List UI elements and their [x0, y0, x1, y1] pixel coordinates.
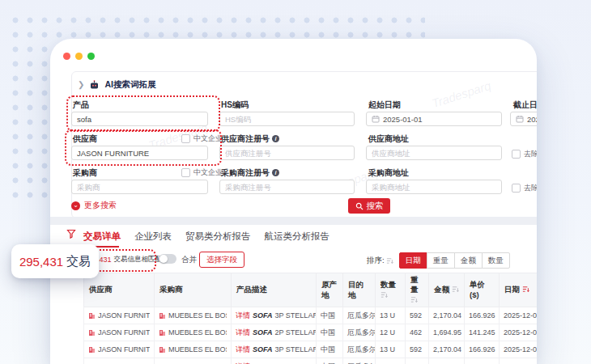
supplier-cn-company-checkbox[interactable]: 中文企业: [181, 133, 223, 144]
qty-cell: 13 U: [376, 341, 406, 358]
tab-bar: 交易详单 企业列表 贸易类分析报告 航运类分析报告: [83, 231, 330, 248]
supplier-cell[interactable]: JASON FURNITURE: [84, 324, 155, 341]
hs-code-label: HS编码: [221, 99, 249, 111]
merge-label: 合并: [181, 255, 197, 265]
col-header-date[interactable]: 日期: [500, 273, 538, 307]
company-icon: [159, 312, 166, 320]
tab-shipping-analysis-report[interactable]: 航运类分析报告: [265, 231, 330, 248]
chevron-down-circle-icon: ⌄: [71, 201, 80, 210]
remove-logistics-checkbox-2[interactable]: 去除物流商: [512, 183, 537, 193]
chevron-right-icon: ❯: [78, 81, 84, 89]
remove-logistics-checkbox-1[interactable]: 去除物流商: [512, 149, 537, 159]
buyer-cell[interactable]: MUEBLES EL BOSQUE S.A: [155, 307, 232, 324]
callout-count: 295,431: [19, 255, 63, 269]
product-label: 产品: [73, 99, 89, 111]
end-date-input[interactable]: 2025-12-31: [510, 112, 537, 126]
results-count-callout: 295,431 交易: [11, 244, 99, 278]
start-date-value: 2025-01-01: [383, 115, 423, 124]
col-header-buyer: 采购商: [155, 273, 232, 307]
buyer-reg-input[interactable]: [219, 180, 355, 194]
window-close-dot[interactable]: [63, 53, 70, 60]
start-date-input[interactable]: 2025-01-01: [366, 112, 502, 126]
sort-arrows-icon: [386, 256, 393, 265]
sort-option-重量[interactable]: 重量: [427, 252, 455, 269]
checkbox-icon: [181, 168, 190, 177]
buyer-cell[interactable]: MUEBLES EL BOSQUE S.A: [155, 341, 232, 358]
transactions-table: 供应商采购商产品描述原产地目的地数量 重量 金额 单价($)日期 JASON F…: [83, 273, 537, 364]
product-cell: 详情SOFA3P STELLAR MUE...: [232, 307, 317, 324]
detail-link[interactable]: 详情: [236, 311, 250, 320]
detail-link[interactable]: 详情: [236, 328, 250, 336]
supplier-reg-input[interactable]: [219, 146, 355, 160]
sort-arrows-icon: [522, 286, 529, 293]
more-search-label: 更多搜索: [84, 200, 117, 211]
destination-cell: 厄瓜多尔: [343, 341, 376, 358]
weight-cell: 592: [406, 341, 429, 358]
checkbox-icon: [181, 134, 190, 143]
supplier-cell[interactable]: JASON FURNITURE: [84, 358, 155, 364]
merge-toggle[interactable]: [159, 254, 176, 264]
supplier-addr-label: 供应商地址: [368, 133, 409, 145]
sort-option-金额[interactable]: 金额: [454, 252, 483, 269]
buyer-cell[interactable]: MUEBLES EL BOSQUE S.A: [155, 324, 232, 341]
supplier-cell[interactable]: JASON FURNITURE: [84, 307, 155, 324]
product-cell: 详情SOFA2P STELLAR MUE...: [232, 324, 317, 341]
search-button[interactable]: 搜索: [348, 198, 390, 214]
sort-option-数量[interactable]: 数量: [482, 252, 510, 269]
unit-price-cell: 166.926: [465, 341, 500, 358]
supplier-reg-label: 供应商注册号i: [221, 133, 279, 145]
detail-link[interactable]: 详情: [236, 345, 250, 353]
amount-cell: 1,694.95: [429, 358, 465, 364]
table-row: JASON FURNITURE MUEBLES EL BOSQUE S.A 详情…: [84, 307, 538, 324]
ai-search-expand-row[interactable]: ❯ AI搜索词拓展: [78, 79, 155, 91]
tab-company-list[interactable]: 企业列表: [134, 231, 172, 248]
qty-cell: 12 U: [376, 358, 406, 364]
window-minimize-dot[interactable]: [75, 53, 83, 60]
hs-code-input[interactable]: [219, 112, 355, 126]
supplier-addr-input[interactable]: [366, 146, 502, 160]
date-cell: 2025-12-01: [500, 341, 538, 358]
buyer-addr-input[interactable]: [366, 180, 502, 194]
filter-icon[interactable]: [66, 227, 76, 242]
weight-cell: 462: [406, 324, 429, 341]
sort-arrows-icon: [410, 296, 418, 303]
window-zoom-dot[interactable]: [87, 53, 95, 60]
qty-cell: 12 U: [376, 324, 406, 341]
cn-company-label: 中文企业: [193, 167, 223, 178]
buyer-cn-company-checkbox[interactable]: 中文企业: [181, 167, 223, 178]
unit-price-cell: 141.245: [465, 358, 500, 364]
supplier-input[interactable]: [71, 146, 208, 160]
amount-cell: 2,170.04: [429, 307, 465, 324]
info-icon[interactable]: i: [272, 169, 279, 176]
col-header-weight[interactable]: 重量: [406, 273, 429, 307]
tab-trade-analysis-report[interactable]: 贸易类分析报告: [185, 231, 251, 248]
toggle-knob: [159, 255, 168, 263]
more-search-link[interactable]: ⌄ 更多搜索: [71, 200, 117, 211]
select-fields-button[interactable]: 选择字段: [199, 252, 244, 268]
company-icon: [159, 329, 166, 336]
table-row: JASON FURNITURE MUEBLES EL BOSQUE S.A 详情…: [84, 324, 538, 341]
search-form-panel: [71, 71, 537, 218]
col-header-qty[interactable]: 数量: [376, 273, 406, 307]
buyer-input[interactable]: [71, 180, 208, 194]
end-date-label: 截止日期: [513, 99, 537, 111]
date-cell: 2025-12-01: [500, 358, 538, 364]
weight-cell: 592: [406, 307, 429, 324]
checkbox-icon: [512, 184, 521, 193]
buyer-cell[interactable]: MUEBLES EL BOSQUE S.A: [155, 358, 232, 364]
remove-logistics-label: 去除物流商: [524, 149, 537, 159]
destination-cell: 厄瓜多尔: [343, 358, 376, 364]
col-header-amount[interactable]: 金额: [429, 273, 465, 307]
sort-arrows-icon: [386, 257, 393, 265]
buyer-addr-label: 采购商地址: [368, 167, 409, 179]
sort-arrows-icon: [452, 286, 459, 293]
info-icon[interactable]: i: [272, 135, 279, 142]
ai-search-expand-label: AI搜索词拓展: [104, 79, 155, 91]
product-cell: 详情SOFA2P STELLAR MUE...: [232, 358, 317, 364]
amount-cell: 2,170.04: [429, 341, 465, 358]
product-input[interactable]: [71, 112, 208, 126]
sort-option-日期[interactable]: 日期: [399, 252, 427, 269]
start-date-label: 起始日期: [368, 99, 401, 111]
supplier-cell[interactable]: JASON FURNITURE: [84, 341, 155, 358]
table-row: JASON FURNITURE MUEBLES EL BOSQUE S.A 详情…: [84, 341, 538, 358]
